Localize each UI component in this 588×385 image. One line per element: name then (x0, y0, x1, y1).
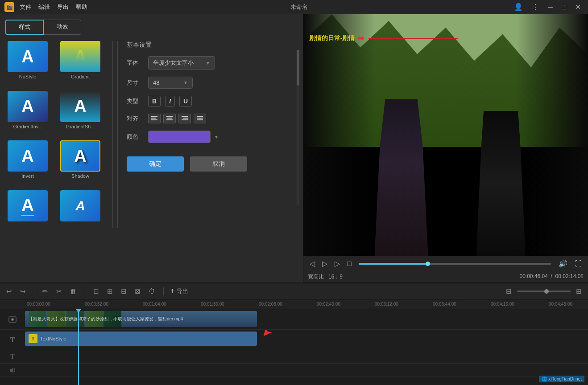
svg-rect-6 (182, 116, 188, 117)
font-label: 字体 (127, 59, 143, 67)
timeline-toolbar: ↩ ↪ ✏ ✂ 🗑 ⊡ ⊞ ⊟ ⊠ ⏱ ⬆ 导出 ⊟ ⊞ (0, 283, 588, 299)
video-track-area: 【我是大哥大】收获伊藤和京子的沙原甜，不取而後让人家撩发，窗甜der.mp4 (25, 309, 588, 329)
style-thumb-partial2: A (60, 190, 100, 221)
style-item-nostyle[interactable]: A NoStyle (5, 41, 50, 85)
color-dropdown-arrow: ▼ (214, 135, 219, 139)
underline-button[interactable]: U (179, 96, 192, 106)
svg-rect-9 (197, 116, 203, 117)
text-track-1-label: T (0, 336, 25, 344)
svg-rect-1 (151, 118, 156, 119)
svg-rect-7 (183, 118, 188, 119)
align-center-button[interactable] (163, 114, 176, 123)
pen-button[interactable]: ✏ (41, 287, 50, 296)
menu-export[interactable]: 导出 (57, 3, 69, 11)
right-panel: 剧情的日常-剧情 ➡ ◁ ▷ ▷ □ 🔊 ⛶ 宽高比 16：9 (303, 14, 588, 283)
style-item-gradient[interactable]: A Gradient (58, 41, 103, 85)
watermark-text: xīTongTianDi.net (548, 377, 582, 381)
style-item-partial2[interactable]: A (58, 190, 103, 229)
split-button[interactable]: ⊡ (91, 287, 101, 296)
left-panel-scrollbar[interactable] (297, 50, 299, 206)
red-arrow-annotation: ➤ (257, 330, 275, 341)
color-label: 颜色 (127, 133, 143, 141)
text-clip-label: TextNoStyle (40, 336, 66, 341)
zoom-slider[interactable] (517, 291, 571, 292)
vignette (303, 14, 588, 256)
minimize-button[interactable]: ─ (545, 2, 555, 12)
type-setting-row: 类型 B I U (127, 96, 298, 106)
progress-handle[interactable] (426, 262, 430, 266)
type-label: 类型 (127, 97, 143, 105)
style-thumb-shadow: A (60, 140, 100, 172)
figure-girl (375, 99, 428, 256)
redo-button[interactable]: ↪ (18, 287, 28, 296)
style-item-invert[interactable]: A Invert (5, 140, 50, 184)
zoom-in-button[interactable]: ⊞ (574, 287, 584, 296)
playhead[interactable] (78, 309, 79, 385)
style-item-gradientinv[interactable]: A GradientInv... (5, 91, 50, 135)
more-button[interactable]: ⋮ (529, 2, 542, 12)
export-label: 导出 (177, 287, 188, 295)
close-button[interactable]: ✕ (572, 2, 584, 12)
progress-bar[interactable] (359, 263, 551, 265)
video-preview: 剧情的日常-剧情 ➡ (303, 14, 588, 256)
menu-help[interactable]: 帮助 (76, 3, 87, 11)
ruler-mark-0: 00:00:00.00 (27, 299, 50, 309)
toolbar-separator-2 (85, 287, 85, 295)
prev-frame-button[interactable]: ◁ (308, 258, 317, 269)
svg-rect-2 (151, 119, 157, 120)
style-item-gradientsh[interactable]: A GradientSh... (58, 91, 103, 135)
svg-point-14 (12, 319, 13, 319)
confirm-button[interactable]: 确定 (127, 156, 184, 172)
user-button[interactable]: 👤 (511, 2, 526, 12)
menu-file[interactable]: 文件 (20, 3, 31, 11)
export-button[interactable]: ⬆ 导出 (170, 287, 188, 295)
menu-edit[interactable]: 编辑 (38, 3, 50, 11)
font-select[interactable]: 辛厦少女文字小 ▼ (148, 56, 215, 70)
style-thumb-gradientsh: A (60, 91, 100, 122)
text-track-icon: T (10, 336, 15, 344)
cancel-button[interactable]: 取消 (190, 156, 247, 172)
play-button[interactable]: ▷ (320, 258, 329, 269)
grid-button[interactable]: ⊠ (133, 287, 142, 296)
svg-rect-3 (166, 116, 173, 117)
style-item-shadow[interactable]: A Shadow (58, 140, 103, 184)
undo-button[interactable]: ↩ (4, 287, 14, 296)
svg-rect-10 (197, 118, 203, 119)
fullscreen-button[interactable]: ⛶ (573, 259, 584, 269)
add-track-button[interactable]: ⊞ (105, 287, 115, 296)
color-swatch[interactable] (148, 131, 211, 143)
svg-rect-0 (151, 116, 157, 117)
settings-panel: 基本设置 字体 辛厦少女文字小 ▼ 尺寸 48 ▼ (117, 41, 298, 228)
tab-style[interactable]: 样式 (5, 20, 44, 35)
font-dropdown-arrow: ▼ (206, 61, 210, 66)
text-track-2-label: T (0, 353, 25, 360)
zoom-slider-container (517, 291, 571, 292)
ruler-mark-9: 00:04:48.00 (549, 299, 572, 309)
style-label-shadow: Shadow (71, 173, 89, 179)
maximize-button[interactable]: □ (559, 2, 569, 12)
text-clip[interactable]: T TextNoStyle (25, 332, 257, 346)
italic-button[interactable]: I (165, 96, 175, 106)
bold-button[interactable]: B (148, 96, 161, 106)
clip-icon: T (29, 334, 37, 343)
size-select[interactable]: 48 ▼ (148, 77, 193, 89)
align-justify-button[interactable] (194, 114, 206, 123)
volume-button[interactable]: 🔊 (557, 258, 569, 269)
timeline-right-tools: ⊟ ⊞ (504, 287, 584, 296)
color-row: ▼ (148, 131, 219, 143)
left-panel-scrollbar-thumb (297, 50, 299, 86)
stop-button[interactable]: □ (345, 259, 353, 269)
zoom-out-button[interactable]: ⊟ (504, 287, 513, 296)
ruler-mark-8: 00:04:16.00 (491, 299, 514, 309)
tab-animation[interactable]: 动效 (44, 20, 81, 35)
timer-button[interactable]: ⏱ (147, 287, 157, 296)
align-left-button[interactable] (148, 114, 161, 123)
style-item-partial1[interactable]: A (5, 190, 50, 229)
timeline: ↩ ↪ ✏ ✂ 🗑 ⊡ ⊞ ⊟ ⊠ ⏱ ⬆ 导出 ⊟ ⊞ 00:00:00.00 (0, 283, 588, 385)
next-frame-button[interactable]: ▷ (333, 258, 342, 269)
delete-button[interactable]: 🗑 (68, 287, 79, 296)
remove-track-button[interactable]: ⊟ (119, 287, 128, 296)
video-clip[interactable]: 【我是大哥大】收获伊藤和京子的沙原甜，不取而後让人家撩发，窗甜der.mp4 (25, 311, 257, 327)
align-right-button[interactable] (178, 114, 191, 123)
cut-button[interactable]: ✂ (54, 287, 64, 296)
